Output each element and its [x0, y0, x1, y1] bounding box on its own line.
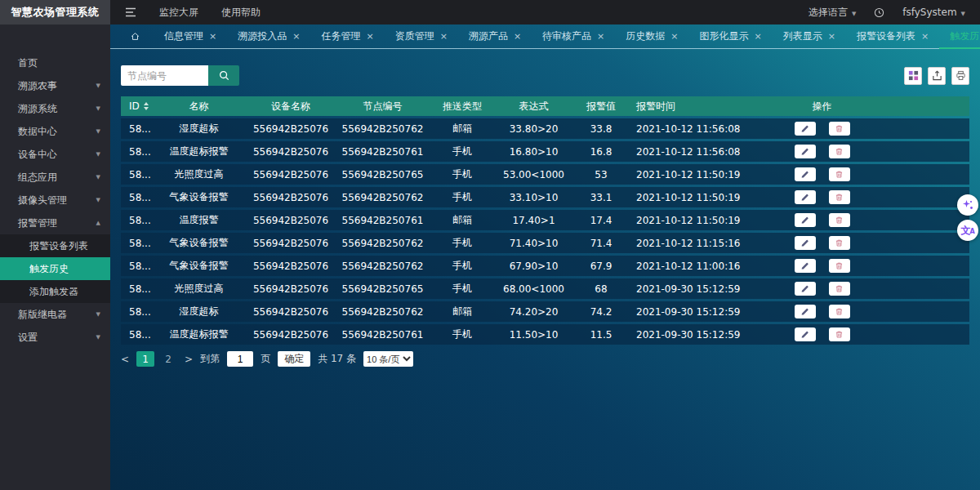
tab-bar: 信息管理×溯源投入品×任务管理×资质管理×溯源产品×待审核产品×历史数据×图形化…	[110, 24, 980, 49]
close-icon[interactable]: ×	[292, 31, 300, 42]
edit-button[interactable]	[795, 305, 816, 318]
tab-item[interactable]: 列表显示×	[773, 24, 846, 48]
delete-button[interactable]	[829, 145, 850, 158]
tab-item[interactable]: 待审核产品×	[532, 24, 615, 48]
edit-button[interactable]	[795, 190, 816, 204]
topnav-item[interactable]: 使用帮助	[221, 6, 261, 20]
language-selector[interactable]: 选择语言▼	[808, 6, 856, 20]
tab-item[interactable]: 图形化显示×	[689, 24, 773, 48]
table-row: 58...湿度超标556942B25076556942B250762邮箱33.8…	[121, 118, 969, 139]
delete-button[interactable]	[829, 213, 850, 227]
cell-name: 气象设备报警	[152, 236, 246, 250]
close-icon[interactable]: ×	[209, 31, 216, 42]
delete-button[interactable]	[829, 167, 850, 181]
next-page-button[interactable]: >	[185, 354, 193, 365]
close-icon[interactable]: ×	[440, 31, 448, 42]
delete-button[interactable]	[829, 282, 850, 296]
translate-button[interactable]: 文A	[957, 220, 978, 241]
edit-button[interactable]	[795, 259, 816, 273]
chevron-down-icon: ▼	[96, 128, 100, 135]
clock-icon[interactable]	[874, 7, 884, 18]
sparkles-icon	[961, 198, 974, 212]
close-icon[interactable]: ×	[828, 31, 835, 42]
sidebar-item[interactable]: 设置▼	[0, 326, 110, 349]
sidebar-item[interactable]: 报警管理▲	[0, 212, 110, 234]
sidebar-item[interactable]: 设备中心▼	[0, 143, 110, 166]
delete-button[interactable]	[829, 259, 850, 273]
cell-device: 556942B25076	[246, 192, 336, 203]
close-icon[interactable]: ×	[921, 31, 929, 42]
delete-button[interactable]	[829, 236, 850, 250]
edit-button[interactable]	[795, 167, 816, 181]
delete-icon	[835, 124, 844, 133]
sidebar-item[interactable]: 首页	[0, 51, 110, 74]
close-icon[interactable]: ×	[366, 31, 373, 42]
delete-button[interactable]	[829, 327, 850, 341]
search-group	[121, 65, 239, 86]
confirm-button[interactable]: 确定	[278, 351, 310, 367]
tab-label: 触发历史	[950, 29, 980, 43]
tab-item[interactable]: 报警设备列表×	[846, 24, 939, 48]
sparkles-button[interactable]	[957, 194, 978, 216]
cell-push: 手机	[430, 259, 495, 273]
tab-item[interactable]: 溯源产品×	[458, 24, 532, 48]
edit-button[interactable]	[795, 213, 816, 227]
sidebar-item-label: 首页	[18, 56, 100, 70]
edit-button[interactable]	[795, 327, 816, 341]
column-header-name: 名称	[152, 100, 246, 114]
sidebar-item[interactable]: 溯源农事▼	[0, 74, 110, 97]
sidebar-item[interactable]: 组态应用▼	[0, 166, 110, 189]
delete-button[interactable]	[829, 190, 850, 204]
edit-button[interactable]	[795, 122, 816, 136]
page-button-2[interactable]: 2	[159, 351, 177, 367]
page-button-1[interactable]: 1	[136, 351, 154, 367]
sidebar-item[interactable]: 溯源系统▼	[0, 97, 110, 120]
close-icon[interactable]: ×	[670, 31, 678, 42]
chevron-down-icon: ▼	[961, 11, 965, 17]
cell-name: 光照度过高	[152, 167, 246, 181]
sort-icon[interactable]	[144, 102, 149, 110]
home-icon	[130, 31, 140, 42]
cell-name: 光照度过高	[152, 282, 246, 296]
chevron-down-icon: ▼	[96, 197, 100, 203]
tab-active[interactable]: 触发历史×	[939, 24, 980, 48]
export-button[interactable]	[928, 67, 946, 85]
sidebar-subitem-active[interactable]: 触发历史	[0, 257, 110, 280]
sidebar-item[interactable]: 新版继电器▼	[0, 303, 110, 326]
tab-item[interactable]: 溯源投入品×	[227, 24, 310, 48]
tab-item[interactable]: 资质管理×	[385, 24, 458, 48]
page-size-select[interactable]: 10 条/页	[363, 351, 413, 367]
sidebar-subitem[interactable]: 报警设备列表	[0, 234, 110, 257]
sidebar-toggle-icon[interactable]	[125, 7, 136, 17]
print-button[interactable]	[951, 67, 969, 85]
close-icon[interactable]: ×	[597, 31, 604, 42]
tab-item[interactable]: 历史数据×	[615, 24, 688, 48]
sidebar-subitem[interactable]: 添加触发器	[0, 280, 110, 303]
edit-icon	[800, 124, 809, 133]
sidebar-item[interactable]: 摄像头管理▼	[0, 189, 110, 212]
close-icon[interactable]: ×	[514, 31, 521, 42]
cell-device: 556942B25076	[246, 329, 336, 341]
tab-item[interactable]: 任务管理×	[310, 24, 384, 48]
close-icon[interactable]: ×	[755, 31, 762, 42]
prev-page-button[interactable]: <	[121, 354, 129, 365]
search-button[interactable]	[208, 65, 239, 86]
table-header-row: ID名称设备名称节点编号推送类型表达式报警值报警时间操作	[121, 96, 969, 116]
cell-node: 556942B250761	[336, 146, 430, 158]
edit-button[interactable]	[795, 236, 816, 250]
user-menu[interactable]: fsfySystem▼	[902, 7, 965, 18]
column-header-id[interactable]: ID	[121, 100, 152, 112]
tab-home[interactable]	[117, 24, 154, 48]
search-input[interactable]	[121, 65, 208, 86]
topnav-item[interactable]: 监控大屏	[159, 6, 198, 20]
delete-button[interactable]	[829, 305, 850, 318]
sidebar-item[interactable]: 数据中心▼	[0, 120, 110, 143]
edit-button[interactable]	[795, 145, 816, 158]
columns-button[interactable]	[904, 67, 922, 85]
goto-page-input[interactable]	[227, 351, 253, 367]
edit-icon	[800, 147, 809, 156]
tab-item[interactable]: 信息管理×	[154, 24, 227, 48]
delete-button[interactable]	[829, 122, 850, 136]
edit-button[interactable]	[795, 282, 816, 296]
edit-icon	[800, 170, 809, 179]
